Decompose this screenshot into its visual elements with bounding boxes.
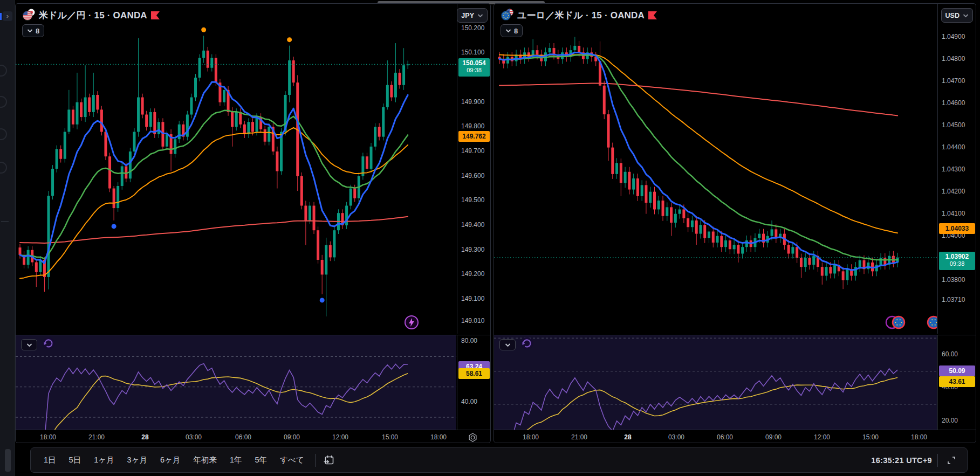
rail-bottom-handle[interactable] xyxy=(5,449,11,472)
candle-body xyxy=(825,267,828,275)
rsi-value-badge: 58.61 xyxy=(458,368,490,379)
candle-body xyxy=(645,185,647,203)
time-label: 15:00 xyxy=(382,433,398,441)
candle-body xyxy=(796,247,798,258)
candle-body xyxy=(687,218,689,227)
candle-body xyxy=(292,60,295,82)
signal-dot-down-icon xyxy=(112,224,116,229)
time-label: 21:00 xyxy=(88,433,105,441)
range-button-1[interactable]: 1日 xyxy=(38,452,61,468)
candle-body xyxy=(724,240,727,247)
rail-expand-button[interactable]: › xyxy=(3,11,12,21)
range-button-8[interactable]: 5年 xyxy=(249,452,272,468)
ema-long-red-line xyxy=(499,84,897,116)
rsi-collapse-button[interactable] xyxy=(499,339,516,350)
range-button-4[interactable]: 3ヶ月 xyxy=(122,452,153,468)
currency-unit-button[interactable]: USD xyxy=(941,8,973,23)
collapse-sources-button[interactable]: 8 xyxy=(22,24,44,37)
time-label: 21:00 xyxy=(571,433,587,441)
candle-body xyxy=(695,220,698,234)
price-label: 149.800 xyxy=(461,122,484,131)
price-axis-JPY[interactable]: 150.200150.100149.900149.800149.700149.6… xyxy=(457,4,491,334)
toolbar-divider xyxy=(937,454,938,467)
candle-body xyxy=(84,98,87,118)
candle-body xyxy=(370,147,373,169)
range-button-6[interactable]: 年初来 xyxy=(188,452,222,468)
candle-body xyxy=(791,247,794,253)
range-button-9[interactable]: すべて xyxy=(275,452,310,468)
rsi-axis[interactable]: 80.0040.0063.2458.61 xyxy=(457,335,491,430)
candle-body xyxy=(670,207,673,223)
candle-body xyxy=(194,78,197,98)
rsi-collapse-button[interactable] xyxy=(21,339,37,350)
eu-event-double-icon[interactable] xyxy=(886,316,904,328)
alert-flag-icon[interactable] xyxy=(648,11,657,19)
candle-body xyxy=(349,189,352,206)
ema-slow-orange-line xyxy=(499,54,897,233)
rsi-line xyxy=(504,369,897,430)
candlestick-chart-usdjpy[interactable] xyxy=(16,4,456,334)
candle-body xyxy=(382,107,385,137)
candle-body xyxy=(223,90,225,102)
current-price-badge: 150.05409:38 xyxy=(458,58,490,77)
range-button-7[interactable]: 1年 xyxy=(224,452,248,468)
time-label: 18:00 xyxy=(523,433,539,441)
range-button-2[interactable]: 5日 xyxy=(64,452,87,468)
candle-body xyxy=(149,112,152,127)
currency-unit-button[interactable]: JPY xyxy=(457,8,488,23)
candle-body xyxy=(741,247,744,253)
time-label: 03:00 xyxy=(668,433,684,441)
candle-body xyxy=(679,209,681,213)
collapse-sources-button[interactable]: 8 xyxy=(501,24,523,37)
candle-body xyxy=(113,189,115,209)
time-axis[interactable]: 18:0021:002803:0006:0009:0012:0015:0018:… xyxy=(494,430,976,443)
chart-panel-usdjpy: 150.200150.100149.900149.800149.700149.6… xyxy=(15,3,491,443)
lightning-event-icon[interactable] xyxy=(405,316,418,329)
rsi-axis[interactable]: 60.0040.0020.0050.0943.61 xyxy=(937,335,976,430)
candle-body xyxy=(846,269,848,280)
candle-body xyxy=(607,114,610,148)
chart-title: ユーロ／米ドル · 15 · OANDA xyxy=(517,9,645,22)
candle-body xyxy=(682,209,685,218)
chevron-down-icon xyxy=(505,343,511,347)
timescale-settings-icon[interactable] xyxy=(468,433,477,442)
candlestick-chart-eurusd[interactable] xyxy=(494,4,937,334)
candle-body xyxy=(611,148,614,174)
goto-date-icon[interactable] xyxy=(321,452,337,468)
rsi-plot[interactable] xyxy=(16,335,456,430)
candle-body xyxy=(96,95,99,109)
range-button-3[interactable]: 1ヶ月 xyxy=(88,452,119,468)
time-label: 12:00 xyxy=(332,433,348,441)
candle-body xyxy=(121,166,124,186)
fullscreen-icon[interactable] xyxy=(943,452,960,468)
alert-flag-icon[interactable] xyxy=(151,11,160,19)
ema-mid-green-line xyxy=(499,55,897,260)
chart-header: ユーロ／米ドル · 15 · OANDA xyxy=(501,9,657,22)
rail-partial-icon xyxy=(0,96,7,108)
candle-body xyxy=(166,134,168,147)
time-axis[interactable]: 18:0021:002803:0006:0009:0012:0015:0018:… xyxy=(16,430,491,443)
chevron-down-icon xyxy=(963,13,969,18)
eu-event-icon[interactable] xyxy=(928,316,937,328)
price-label: 1.04600 xyxy=(942,99,965,108)
range-button-5[interactable]: 6ヶ月 xyxy=(155,452,186,468)
rsi-plot[interactable] xyxy=(494,335,937,430)
candle-body xyxy=(720,236,723,247)
candle-body xyxy=(276,151,278,171)
price-label: 1.04700 xyxy=(942,77,965,86)
currency-label: USD xyxy=(945,12,960,19)
ema-mid-green-line xyxy=(20,111,408,259)
candle-body xyxy=(649,192,652,203)
candle-body xyxy=(745,240,748,247)
candle-body xyxy=(892,256,895,263)
candle-body xyxy=(100,109,103,132)
rsi-cycle-icon[interactable] xyxy=(42,336,56,350)
candle-body xyxy=(137,98,140,132)
rail-partial-icon xyxy=(0,128,7,140)
rsi-value-badge: 43.61 xyxy=(939,376,975,387)
candle-body xyxy=(691,220,694,227)
rsi-cycle-icon[interactable] xyxy=(520,336,534,350)
rail-partial-icon xyxy=(0,65,7,77)
price-axis-USD[interactable]: 1.049001.048001.047001.046001.045001.044… xyxy=(937,4,976,334)
rail-divider xyxy=(1,221,9,222)
